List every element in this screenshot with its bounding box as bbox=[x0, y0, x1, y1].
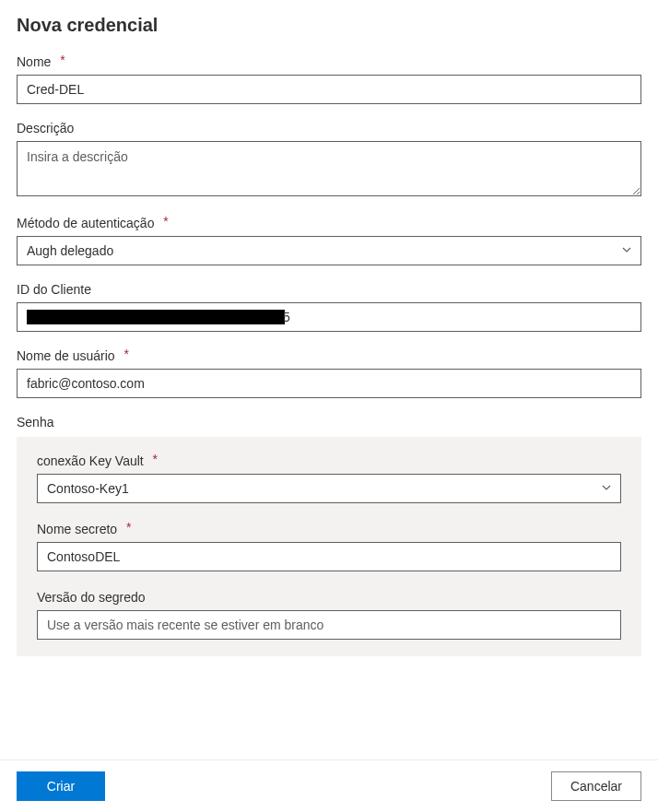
required-asterisk: * bbox=[163, 214, 168, 229]
secret-version-field-group: Versão do segredo bbox=[37, 590, 621, 640]
secret-name-label: Nome secreto * bbox=[37, 522, 621, 536]
redacted-content bbox=[27, 310, 285, 324]
auth-method-field-group: Método de autenticação * Augh delegado bbox=[17, 216, 641, 265]
name-label: Nome * bbox=[17, 54, 641, 69]
description-textarea[interactable] bbox=[17, 141, 641, 196]
keyvault-select-wrapper: Contoso-Key1 bbox=[37, 474, 621, 503]
description-label: Descrição bbox=[17, 121, 641, 135]
secret-version-label: Versão do segredo bbox=[37, 590, 621, 605]
auth-method-select[interactable]: Augh delegado bbox=[17, 236, 641, 265]
name-field-group: Nome * bbox=[17, 54, 641, 104]
keyvault-label: conexão Key Vault * bbox=[37, 453, 621, 468]
username-field-group: Nome de usuário * bbox=[17, 348, 641, 398]
required-asterisk: * bbox=[124, 347, 129, 361]
create-button[interactable]: Criar bbox=[17, 771, 105, 801]
required-asterisk: * bbox=[153, 452, 158, 466]
name-label-text: Nome bbox=[17, 54, 51, 69]
secret-name-field-group: Nome secreto * bbox=[37, 522, 621, 571]
auth-method-select-wrapper: Augh delegado bbox=[17, 236, 641, 265]
keyvault-field-group: conexão Key Vault * Contoso-Key1 bbox=[37, 453, 621, 503]
client-id-suffix: 5 bbox=[283, 310, 290, 324]
client-id-input[interactable]: 5 bbox=[17, 302, 641, 332]
page-title: Nova credencial bbox=[17, 15, 641, 36]
client-id-field-group: ID do Cliente 5 bbox=[17, 282, 641, 332]
auth-method-value: Augh delegado bbox=[27, 243, 113, 258]
cancel-button[interactable]: Cancelar bbox=[551, 771, 641, 801]
keyvault-value: Contoso-Key1 bbox=[47, 481, 129, 496]
keyvault-label-text: conexão Key Vault bbox=[37, 453, 144, 468]
auth-method-label: Método de autenticação * bbox=[17, 216, 641, 230]
secret-name-input[interactable] bbox=[37, 542, 621, 571]
secret-version-input[interactable] bbox=[37, 610, 621, 640]
required-asterisk: * bbox=[60, 53, 65, 67]
client-id-label: ID do Cliente bbox=[17, 282, 641, 297]
username-input[interactable] bbox=[17, 369, 641, 398]
username-label: Nome de usuário * bbox=[17, 348, 641, 363]
required-asterisk: * bbox=[126, 520, 131, 535]
description-field-group: Descrição bbox=[17, 121, 641, 199]
footer: Criar Cancelar bbox=[0, 759, 658, 812]
secret-name-label-text: Nome secreto bbox=[37, 522, 117, 536]
password-section: conexão Key Vault * Contoso-Key1 Nome se… bbox=[17, 437, 641, 656]
password-label: Senha bbox=[17, 415, 641, 430]
keyvault-select[interactable]: Contoso-Key1 bbox=[37, 474, 621, 503]
auth-method-label-text: Método de autenticação bbox=[17, 216, 154, 230]
password-field-group: Senha conexão Key Vault * Contoso-Key1 bbox=[17, 415, 641, 656]
username-label-text: Nome de usuário bbox=[17, 348, 115, 363]
name-input[interactable] bbox=[17, 75, 641, 104]
